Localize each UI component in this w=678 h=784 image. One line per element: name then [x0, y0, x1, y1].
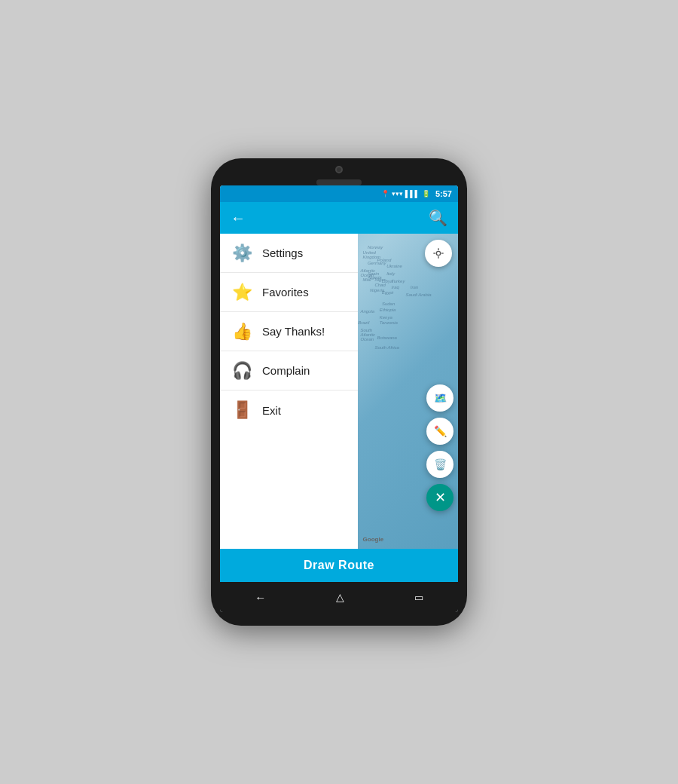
favorites-icon: ⭐	[229, 280, 255, 305]
menu-item-complain[interactable]: 🎧 Complain	[220, 351, 358, 390]
map-label-chad: Chad	[374, 283, 385, 287]
menu-item-settings[interactable]: ⚙️ Settings	[220, 234, 358, 273]
map-label-ukraine: Ukraine	[386, 264, 402, 268]
fab-erase[interactable]: 🗑️	[426, 451, 454, 478]
locate-button[interactable]	[425, 240, 452, 267]
favorites-label: Favorites	[262, 286, 309, 299]
status-bar: 📍 ▾▾▾ ▌▌▌ 🔋 5:57	[220, 185, 458, 202]
app-header: ← 🔍	[220, 202, 458, 234]
fab-stack: 🗺️ ✏️ 🗑️ ✕	[426, 384, 454, 511]
menu-item-favorites[interactable]: ⭐ Favorites	[220, 273, 358, 312]
status-icons: 📍 ▾▾▾ ▌▌▌ 🔋 5:57	[381, 189, 452, 198]
exit-label: Exit	[262, 404, 281, 417]
map-label-brazil: Brazil	[358, 320, 369, 325]
map-label-angola: Angola	[360, 309, 374, 314]
location-icon: 📍	[381, 190, 389, 198]
map-label-iraq: Iraq	[392, 285, 399, 289]
settings-label: Settings	[262, 247, 303, 259]
nav-home-button[interactable]: △	[327, 588, 353, 606]
exit-icon: 🚪	[229, 397, 255, 423]
camera	[335, 166, 343, 173]
menu-item-say-thanks[interactable]: 👍 Say Thanks!	[220, 312, 358, 351]
phone-frame: 📍 ▾▾▾ ▌▌▌ 🔋 5:57 ← 🔍 Norway UnitedKingdo…	[211, 158, 467, 626]
google-logo: Google	[363, 536, 384, 543]
phone-screen: 📍 ▾▾▾ ▌▌▌ 🔋 5:57 ← 🔍 Norway UnitedKingdo…	[220, 185, 458, 612]
map-label-atlantic: AtlanticOcean	[360, 268, 375, 277]
svg-point-0	[436, 251, 440, 255]
draw-route-button[interactable]: Draw Route	[220, 549, 458, 582]
settings-icon: ⚙️	[229, 240, 255, 266]
map-label-south-atlantic: SouthAtlanticOcean	[360, 328, 375, 341]
nav-recents-button[interactable]: ▭	[405, 589, 432, 606]
map-label-ethiopia: Ethiopia	[380, 308, 396, 312]
battery-icon: 🔋	[422, 190, 430, 198]
map-label-nigeria: Nigeria	[370, 288, 384, 292]
search-button[interactable]: 🔍	[429, 209, 447, 227]
map-label-germany: Germany	[368, 261, 386, 265]
map-label-tanzania: Tanzania	[380, 320, 398, 325]
speaker	[316, 179, 362, 185]
complain-icon: 🎧	[229, 358, 255, 384]
say-thanks-label: Say Thanks!	[262, 325, 325, 338]
map-label-botswana: Botswana	[377, 335, 397, 340]
map-label-kenya: Kenya	[380, 315, 392, 320]
map-label-italy: Italy	[386, 271, 395, 276]
wifi-icon: ▾▾▾	[392, 190, 403, 198]
menu-item-exit[interactable]: 🚪 Exit	[220, 390, 358, 430]
fab-edit[interactable]: ✏️	[426, 418, 454, 445]
main-content: Norway UnitedKingdom Poland Germany Ukra…	[220, 234, 458, 549]
map-label-mali: Mali	[363, 277, 371, 282]
map-label-south-africa: South Africa	[374, 345, 399, 350]
map-label-niger: Niger	[374, 277, 385, 282]
locate-icon	[425, 240, 452, 267]
map-label-norway: Norway	[368, 245, 383, 250]
nav-back-button[interactable]: ←	[246, 588, 275, 607]
map-label-turkey: Turkey	[392, 279, 405, 283]
back-button[interactable]: ←	[231, 210, 246, 227]
say-thanks-icon: 👍	[229, 319, 255, 345]
fab-layer[interactable]: 🗺️	[426, 384, 454, 412]
nav-bar: ← △ ▭	[220, 582, 458, 612]
signal-icon: ▌▌▌	[405, 190, 420, 198]
map-label-saudi: Saudi Arabia	[405, 292, 431, 297]
complain-label: Complain	[262, 364, 310, 377]
status-time: 5:57	[435, 189, 452, 198]
fab-close[interactable]: ✕	[426, 484, 454, 511]
map-label-iran: Iran	[411, 285, 418, 289]
menu-drawer: ⚙️ Settings ⭐ Favorites 👍 Say Thanks! 🎧 …	[220, 234, 358, 549]
map-label-sudan: Sudan	[382, 302, 395, 306]
